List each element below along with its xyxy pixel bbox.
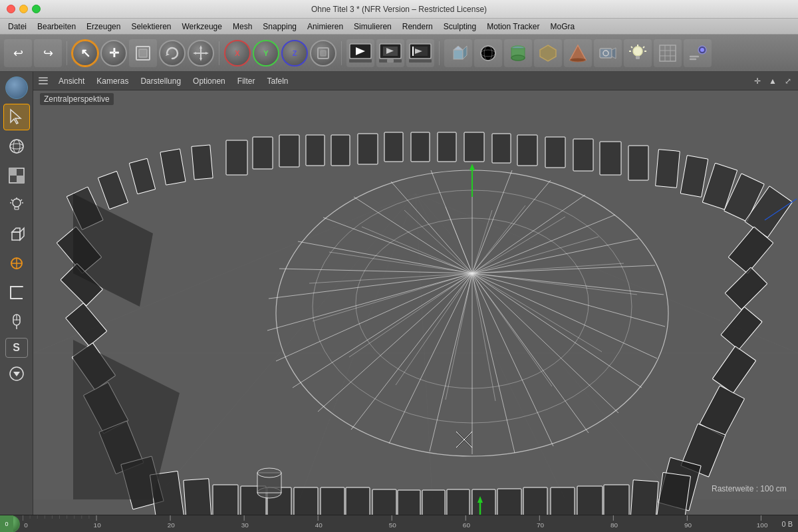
svg-rect-158: [517, 135, 537, 166]
minimize-button[interactable]: [19, 5, 28, 13]
menu-snapping[interactable]: Snapping: [257, 21, 302, 33]
x-axis-button[interactable]: X: [224, 40, 251, 66]
sphere-create-button[interactable]: [474, 39, 502, 67]
menu-mesh[interactable]: Mesh: [227, 21, 257, 33]
svg-rect-222: [23, 515, 798, 532]
svg-rect-61: [17, 176, 24, 183]
svg-text:90: 90: [684, 521, 692, 528]
camera-create-button[interactable]: [594, 39, 622, 67]
svg-rect-196: [523, 487, 547, 515]
svg-rect-153: [384, 132, 403, 162]
local-axis-button[interactable]: [310, 40, 336, 66]
svg-rect-200: [630, 480, 658, 515]
sidebar-checker-button[interactable]: [3, 162, 30, 189]
vp-menu-darstellung[interactable]: Darstellung: [135, 75, 186, 87]
sidebar-select-button[interactable]: [3, 104, 30, 130]
menu-erzeugen[interactable]: Erzeugen: [81, 21, 126, 33]
svg-text:0: 0: [24, 521, 28, 528]
window-title: Ohne Titel 3 * (NFR Version – Restricted…: [311, 5, 487, 14]
light-create-button[interactable]: [624, 39, 652, 67]
vp-menu-ansicht[interactable]: Ansicht: [53, 75, 90, 87]
vp-menu-filter[interactable]: Filter: [232, 75, 261, 87]
svg-rect-190: [372, 489, 396, 515]
svg-point-62: [13, 199, 21, 207]
timeline-track[interactable]: 0 10 20 30 40 50 60: [23, 515, 798, 532]
svg-rect-150: [306, 135, 325, 166]
render-preview-button[interactable]: [346, 39, 374, 67]
sidebar-globe-button[interactable]: [3, 74, 30, 101]
toolbar-separator-1: [66, 41, 67, 65]
svg-rect-18: [387, 59, 394, 63]
svg-text:Rasterweite : 100 cm: Rasterweite : 100 cm: [712, 484, 787, 493]
vp-menu-kameras[interactable]: Kameras: [91, 75, 134, 87]
viewport-grip[interactable]: [39, 76, 48, 86]
transform-tool-button[interactable]: [188, 40, 214, 66]
viewport[interactable]: Ansicht Kameras Darstellung Optionen Fil…: [33, 72, 798, 515]
scale-tool-button[interactable]: [129, 39, 157, 67]
svg-text:60: 60: [463, 521, 470, 528]
vp-nav-up[interactable]: ▲: [766, 75, 779, 87]
svg-marker-8: [205, 52, 209, 55]
svg-rect-160: [573, 139, 593, 171]
sidebar-lighting-button[interactable]: [3, 192, 30, 218]
svg-rect-60: [9, 168, 17, 176]
eye-create-button[interactable]: [684, 39, 712, 67]
rotate-tool-button[interactable]: [159, 40, 186, 66]
move-tool-button[interactable]: ✛: [100, 40, 127, 66]
sidebar-corner-button[interactable]: [3, 279, 30, 306]
sidebar-mouse-button[interactable]: [3, 309, 30, 335]
sidebar-s-button[interactable]: S: [5, 338, 28, 358]
y-axis-button[interactable]: Y: [253, 40, 279, 66]
menu-selektieren[interactable]: Selektieren: [126, 21, 176, 33]
menu-animieren[interactable]: Animieren: [302, 21, 348, 33]
grid-create-button[interactable]: [654, 39, 682, 67]
3d-scene: Rasterweite : 100 cm: [33, 72, 798, 515]
svg-marker-37: [612, 48, 616, 59]
window-controls[interactable]: [0, 5, 41, 13]
svg-rect-197: [551, 487, 575, 515]
sidebar-cube-button[interactable]: [3, 221, 30, 247]
svg-rect-23: [409, 59, 432, 63]
svg-rect-184: [213, 485, 238, 515]
view-label: Zentralperspektive: [40, 93, 114, 105]
render-button[interactable]: [376, 39, 404, 67]
sidebar-object-button[interactable]: [3, 250, 30, 277]
svg-marker-6: [200, 58, 202, 61]
cylinder-create-button[interactable]: [504, 39, 532, 67]
vp-menu-optionen[interactable]: Optionen: [188, 75, 231, 87]
globe-icon: [5, 76, 28, 99]
svg-point-57: [13, 140, 20, 153]
render-all-button[interactable]: [406, 39, 434, 67]
menu-simulieren[interactable]: Simulieren: [348, 21, 397, 33]
svg-text:10: 10: [94, 521, 101, 528]
svg-marker-26: [463, 46, 467, 59]
sidebar-arrow-down-button[interactable]: [3, 360, 30, 387]
menu-mogra[interactable]: MoGra: [545, 21, 581, 33]
select-tool-button[interactable]: ↖: [72, 40, 98, 66]
vp-nav-move[interactable]: ✛: [751, 75, 763, 87]
svg-marker-33: [540, 45, 556, 61]
maximize-button[interactable]: [32, 5, 41, 13]
polygon-create-button[interactable]: [534, 39, 562, 67]
svg-point-56: [10, 140, 23, 153]
sidebar-sphere-button[interactable]: [3, 133, 30, 160]
undo-button[interactable]: ↩: [4, 39, 32, 67]
timeline-playhead[interactable]: 0: [0, 515, 13, 532]
cube-create-button[interactable]: [444, 39, 472, 67]
z-axis-button[interactable]: Z: [281, 40, 308, 66]
vp-nav-expand[interactable]: ⤢: [782, 75, 794, 87]
menu-rendern[interactable]: Rendern: [397, 21, 438, 33]
svg-rect-69: [12, 232, 20, 240]
redo-button[interactable]: ↪: [34, 39, 62, 67]
cone-create-button[interactable]: [564, 39, 592, 67]
menu-bearbeiten[interactable]: Bearbeiten: [32, 21, 81, 33]
svg-rect-155: [438, 132, 456, 162]
menu-werkzeuge[interactable]: Werkzeuge: [176, 21, 227, 33]
close-button[interactable]: [7, 5, 15, 13]
menu-motion-tracker[interactable]: Motion Tracker: [481, 21, 545, 33]
vp-menu-tafeln[interactable]: Tafeln: [261, 75, 293, 87]
menu-bar: Datei Bearbeiten Erzeugen Selektieren We…: [0, 19, 798, 35]
menu-datei[interactable]: Datei: [3, 21, 32, 33]
menu-sculpting[interactable]: Sculpting: [438, 21, 481, 33]
svg-line-66: [11, 200, 13, 201]
